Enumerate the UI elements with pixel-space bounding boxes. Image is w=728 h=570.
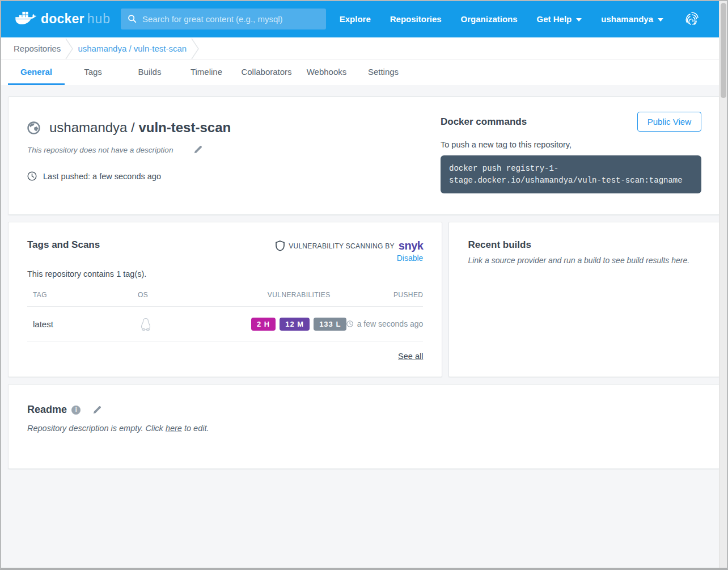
column-header-os: OS [138, 291, 251, 299]
tab-collaborators[interactable]: Collaborators [235, 60, 298, 85]
nav-link-get-help[interactable]: Get Help [537, 14, 582, 24]
edit-description-pencil-icon[interactable] [193, 145, 202, 154]
table-row: latest 2 H 12 M 133 L [27, 307, 423, 341]
tags-and-scans-card: Tags and Scans VULNERABILITY SCANNING BY… [8, 222, 442, 377]
repo-header-card: ushamandya / vuln-test-scan This reposit… [8, 96, 720, 215]
breadcrumb: Repositories ushamandya / vuln-test-scan [0, 37, 728, 60]
docker-hub-logo[interactable]: docker hub [15, 11, 111, 27]
repo-description: This repository does not have a descript… [27, 146, 173, 154]
tab-settings[interactable]: Settings [355, 60, 412, 85]
column-header-pushed: PUSHED [346, 291, 423, 299]
disable-scanning-link[interactable]: Disable [397, 254, 424, 263]
global-search[interactable] [121, 9, 326, 29]
search-input[interactable] [142, 14, 319, 24]
code-line: docker push registry-1- [449, 163, 693, 175]
page-title: ushamandya / vuln-test-scan [49, 120, 231, 136]
readme-card: Readme i Repository description is empty… [8, 384, 720, 469]
vertical-scrollbar[interactable] [719, 1, 727, 568]
globe-icon [27, 121, 40, 134]
docker-whale-icon [15, 11, 36, 27]
brand-hub: hub [87, 11, 111, 27]
vulnerability-badge-low[interactable]: 133 L [314, 318, 346, 331]
nav-link-organizations[interactable]: Organizations [461, 14, 518, 24]
repo-tabs: General Tags Builds Timeline Collaborato… [0, 60, 728, 85]
user-menu[interactable]: ushamandya [601, 14, 663, 24]
last-pushed-text: Last pushed: a few seconds ago [43, 172, 161, 181]
breadcrumb-repositories[interactable]: Repositories [14, 44, 61, 53]
main-content: ushamandya / vuln-test-scan This reposit… [0, 85, 728, 469]
vulnerability-scanning-label: VULNERABILITY SCANNING BY [289, 242, 395, 250]
top-navbar: docker hub Explore Repositories Organiza… [0, 0, 728, 37]
clock-icon [346, 320, 353, 328]
search-icon [128, 14, 137, 23]
readme-empty-text: Repository description is empty. Click h… [27, 424, 701, 433]
vulnerability-badge-high[interactable]: 2 H [251, 318, 276, 331]
readme-title: Readme [27, 404, 67, 416]
breadcrumb-repo-link[interactable]: ushamandya / vuln-test-scan [78, 44, 187, 53]
breadcrumb-chevron-icon [188, 37, 202, 60]
tag-count-summary: This repository contains 1 tag(s). [27, 269, 423, 278]
pushed-time: a few seconds ago [357, 319, 424, 328]
chevron-down-icon [658, 18, 663, 22]
recent-builds-card: Recent builds Link a source provider and… [448, 222, 720, 377]
nav-link-explore[interactable]: Explore [340, 14, 371, 24]
repo-namespace: ushamandya / [49, 120, 135, 135]
recent-builds-title: Recent builds [468, 239, 701, 251]
tab-webhooks[interactable]: Webhooks [298, 60, 355, 85]
fingerprint-icon[interactable] [683, 9, 702, 28]
tags-scans-title: Tags and Scans [27, 239, 100, 251]
see-all-link[interactable]: See all [398, 352, 423, 361]
scrollbar-thumb[interactable] [721, 3, 726, 98]
tab-timeline[interactable]: Timeline [178, 60, 235, 85]
push-instruction: To push a new tag to this repository, [441, 140, 701, 149]
linux-penguin-icon [138, 318, 251, 331]
brand-docker: docker [41, 11, 84, 27]
chevron-down-icon [576, 18, 582, 22]
tag-name-link[interactable]: latest [27, 319, 138, 329]
docker-commands-section: Docker commands Public View To push a ne… [441, 112, 701, 195]
docker-push-command[interactable]: docker push registry-1- stage.docker.io/… [441, 155, 701, 193]
snyk-logo: snyk [399, 239, 424, 252]
edit-readme-pencil-icon[interactable] [92, 406, 101, 415]
clock-icon [27, 171, 37, 181]
column-header-vulnerabilities: VULNERABILITIES [251, 291, 346, 299]
tab-builds[interactable]: Builds [121, 60, 178, 85]
shield-icon [276, 240, 285, 251]
tab-tags[interactable]: Tags [65, 60, 121, 85]
nav-link-repositories[interactable]: Repositories [390, 14, 442, 24]
repo-name: vuln-test-scan [138, 120, 231, 135]
column-header-tag: TAG [27, 291, 138, 299]
edit-here-link[interactable]: here [166, 424, 182, 433]
code-line: stage.docker.io/ushamandya/vuln-test-sca… [449, 175, 693, 187]
recent-builds-empty-text: Link a source provider and run a build t… [468, 256, 701, 265]
tab-general[interactable]: General [8, 60, 65, 85]
breadcrumb-chevron-icon [62, 37, 77, 60]
public-view-button[interactable]: Public View [637, 112, 701, 132]
info-icon[interactable]: i [71, 406, 81, 415]
tags-table: TAG OS VULNERABILITIES PUSHED latest [27, 291, 423, 341]
docker-commands-title: Docker commands [441, 116, 527, 128]
vulnerability-badge-medium[interactable]: 12 M [280, 318, 310, 331]
